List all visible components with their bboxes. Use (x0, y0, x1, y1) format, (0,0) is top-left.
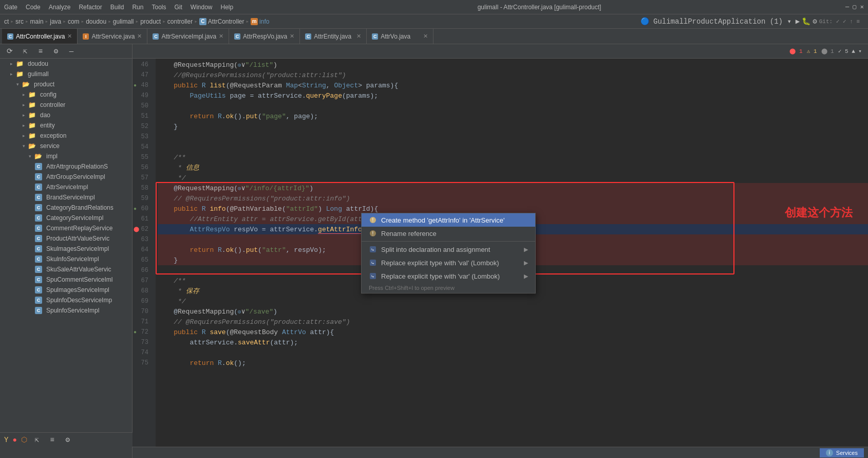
tab-close-attrentity[interactable]: ✕ (356, 33, 361, 40)
code-line-75[interactable]: return R.ok(); (158, 358, 868, 368)
breadcrumb-controller[interactable]: controller (167, 18, 193, 25)
sidebar-file-attrattrgroup[interactable]: C AttrAttrgroupRelationS (0, 161, 132, 172)
cog-btn[interactable]: ⚙ (62, 434, 73, 446)
code-line-69[interactable]: */ (158, 296, 868, 306)
menu-rename-reference[interactable]: ! Rename reference (362, 227, 535, 240)
menu-build[interactable]: Build (110, 4, 124, 11)
services-panel[interactable]: i Services (820, 448, 864, 457)
sidebar-file-skulinfo[interactable]: C SkulnfoServiceImpl (0, 254, 132, 264)
minimize-btn[interactable]: — (66, 46, 77, 57)
code-line-47[interactable]: //@RequiresPermissions("product:attr:lis… (158, 70, 868, 80)
sidebar-item-product[interactable]: ▾ 📂 product (0, 79, 132, 89)
menu-run[interactable]: Run (132, 4, 143, 11)
settings-btn[interactable]: ⚙ (50, 46, 62, 57)
code-line-57[interactable]: */ (158, 173, 868, 183)
code-line-74[interactable] (158, 347, 868, 358)
code-line-73[interactable]: attrService.saveAttr(attr); (158, 337, 868, 347)
code-line-71[interactable]: // @RequiresPermissions("product:attr:sa… (158, 317, 868, 327)
sort-btn[interactable]: ≡ (47, 434, 58, 446)
code-line-58[interactable]: @RequestMapping(⊙∨"/info/{attrId}") (158, 183, 868, 193)
sidebar-item-controller[interactable]: ▸ 📁 controller (0, 100, 132, 110)
sidebar-item-dao[interactable]: ▸ 📁 dao (0, 110, 132, 120)
sidebar-file-spucomment[interactable]: C SpuCommentServiceIml (0, 274, 132, 285)
tab-close-attrcontroller[interactable]: ✕ (67, 33, 72, 40)
code-line-51[interactable]: return R.ok().put("page", page); (158, 111, 868, 121)
sidebar-item-exception[interactable]: ▸ 📁 exception (0, 131, 132, 141)
breadcrumb-ct[interactable]: ct (4, 18, 9, 25)
collapse-btn[interactable]: ⇱ (20, 46, 31, 57)
sidebar-file-skusaleattrvalue[interactable]: C SkuSaleAttrValueServic (0, 264, 132, 274)
sidebar-file-attrserviceimpl[interactable]: C AttrServiceImpl (0, 182, 132, 192)
tab-attrcontroller[interactable]: C AttrController.java ✕ (2, 29, 78, 44)
code-line-59[interactable]: // @RequiresPermissions("product:attr:in… (158, 193, 868, 204)
sidebar-item-doudou[interactable]: ▸ 📁 doudou (0, 59, 132, 69)
code-line-70[interactable]: @RequestMapping(⊙∨"/save") (158, 306, 868, 317)
sidebar-file-commentreplay[interactable]: C CommentReplayService (0, 223, 132, 233)
code-line-49[interactable]: PageUtils page = attrService.queryPage(p… (158, 90, 868, 101)
menu-code[interactable]: Code (26, 4, 41, 11)
sidebar-file-spuinfodesc[interactable]: C SpulnfoDescServiceImp (0, 295, 132, 305)
menu-replace-var[interactable]: ⤷ Replace explicit type with 'var' (Lomb… (362, 269, 535, 283)
run-icon[interactable]: ▶ (796, 17, 800, 26)
menu-refactor[interactable]: Refactor (79, 4, 102, 11)
tab-attrentity[interactable]: C AttrEntity.java ✕ (300, 29, 367, 44)
breadcrumb-info[interactable]: m info (251, 18, 269, 25)
code-line-46[interactable]: @RequestMapping(⊙∨"/list") (158, 60, 868, 70)
tab-close-attrservice[interactable]: ✕ (137, 33, 142, 40)
code-line-54[interactable] (158, 142, 868, 152)
yellow-btn[interactable]: Y (4, 436, 8, 444)
sidebar-file-spuimages[interactable]: C SpulmagesServiceImpl (0, 285, 132, 295)
menu-analyze[interactable]: Analyze (49, 4, 71, 11)
sidebar-file-attrgroupimpl[interactable]: C AttrGroupServiceImpl (0, 172, 132, 182)
code-line-48[interactable]: public R list(@RequestParam Map<String, … (158, 80, 868, 90)
breadcrumb-gulimall[interactable]: gulimall (113, 18, 134, 25)
tab-attrserviceimpl[interactable]: C AttrServiceImpl.java ✕ (147, 29, 229, 44)
tab-attrrespvo[interactable]: C AttrRespVo.java ✕ (229, 29, 300, 44)
tab-close-attrserviceimpl[interactable]: ✕ (219, 33, 223, 40)
code-line-52[interactable]: } (158, 121, 868, 132)
menu-gate[interactable]: Gate (4, 4, 17, 11)
sidebar-item-service[interactable]: ▾ 📂 service (0, 141, 132, 151)
code-line-55[interactable]: /** (158, 152, 868, 162)
menu-create-method[interactable]: ! Create method 'getAttrInfo' in 'AttrSe… (362, 213, 535, 227)
sidebar-file-categoryimpl[interactable]: C CategoryServiceImpl (0, 213, 132, 223)
orange-btn[interactable]: ⬡ (21, 435, 27, 444)
menu-replace-val[interactable]: ⤷ Replace explicit type with 'val' (Lomb… (362, 256, 535, 269)
tab-close-attrrespvo[interactable]: ✕ (290, 33, 294, 40)
context-menu[interactable]: ! Create method 'getAttrInfo' in 'AttrSe… (361, 213, 536, 294)
settings-icon[interactable]: ⚙ (813, 17, 817, 26)
menu-tools[interactable]: Tools (152, 4, 166, 11)
breadcrumb-main[interactable]: main (30, 18, 44, 25)
sidebar-file-skulimages[interactable]: C SkulmagesServiceImpl (0, 244, 132, 254)
sidebar-file-productattrvalue[interactable]: C ProductAttrValueServic (0, 233, 132, 244)
menu-git[interactable]: Git (174, 4, 182, 11)
sidebar-item-impl[interactable]: ▾ 📂 impl (0, 151, 132, 161)
code-line-72[interactable]: public R save(@RequestBody AttrVo attr){ (158, 327, 868, 337)
menu-window[interactable]: Window (191, 4, 213, 11)
red-btn[interactable]: ● (12, 436, 16, 444)
sidebar-file-spuinfo[interactable]: C SpulnfoServiceImpl (0, 305, 132, 316)
menu-help[interactable]: Help (221, 4, 234, 11)
sidebar-file-categorybrand[interactable]: C CategoryBrandRelations (0, 203, 132, 213)
tab-close-attrvo[interactable]: ✕ (423, 33, 428, 40)
sidebar-file-brandimpl[interactable]: C BrandServiceImpl (0, 192, 132, 203)
code-line-56[interactable]: * 信息 (158, 162, 868, 173)
run-config[interactable]: 🔵 GulimallProductApplication (1) ▾ (640, 17, 791, 26)
code-line-50[interactable] (158, 101, 868, 111)
sidebar-item-gulimall[interactable]: ▸ 📁 gulimall (0, 69, 132, 79)
tab-attrvo[interactable]: C AttrVo.java ✕ (367, 29, 433, 44)
align-btn[interactable]: ⇱ (31, 434, 43, 446)
tab-attrservice[interactable]: I AttrService.java ✕ (78, 29, 147, 44)
sidebar-item-config[interactable]: ▸ 📁 config (0, 89, 132, 100)
code-line-53[interactable] (158, 132, 868, 142)
sync-btn[interactable]: ⟳ (4, 46, 15, 57)
debug-icon[interactable]: 🐛 (802, 17, 810, 26)
breadcrumb-attrcontroller[interactable]: C AttrController (199, 18, 244, 25)
filter-btn[interactable]: ≡ (35, 46, 46, 57)
sidebar-item-entity[interactable]: ▸ 📁 entity (0, 120, 132, 131)
breadcrumb-com[interactable]: com (68, 18, 80, 25)
breadcrumb-product[interactable]: product (140, 18, 161, 25)
menu-split-declaration[interactable]: ⤷ Split into declaration and assignment … (362, 243, 535, 256)
breadcrumb-src[interactable]: src (15, 18, 24, 25)
breadcrumb-doudou[interactable]: doudou (86, 18, 106, 25)
